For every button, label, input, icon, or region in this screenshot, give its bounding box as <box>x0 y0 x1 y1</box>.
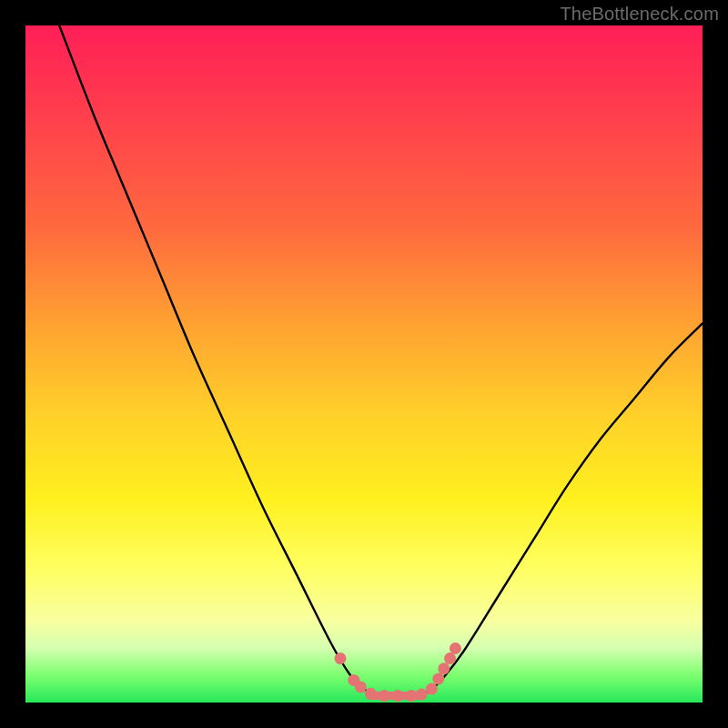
highlight-dot <box>416 689 428 701</box>
highlight-dot <box>450 642 461 654</box>
highlight-dot <box>392 690 404 702</box>
highlight-dot <box>355 681 367 693</box>
highlight-dot <box>406 690 418 702</box>
curve-svg <box>25 25 703 703</box>
highlight-dot <box>365 688 377 700</box>
watermark-text: TheBottleneck.com <box>560 4 719 25</box>
highlight-dot <box>432 673 444 685</box>
chart-frame: TheBottleneck.com <box>0 0 728 728</box>
highlight-dot <box>426 683 438 695</box>
highlight-dot <box>438 662 450 674</box>
bottleneck-curve <box>59 25 703 696</box>
plot-area <box>25 25 703 703</box>
curve-group <box>59 25 703 702</box>
highlight-dot <box>379 690 390 702</box>
highlight-dots-group <box>335 642 461 702</box>
highlight-dot <box>444 652 456 664</box>
highlight-dot <box>335 652 347 664</box>
